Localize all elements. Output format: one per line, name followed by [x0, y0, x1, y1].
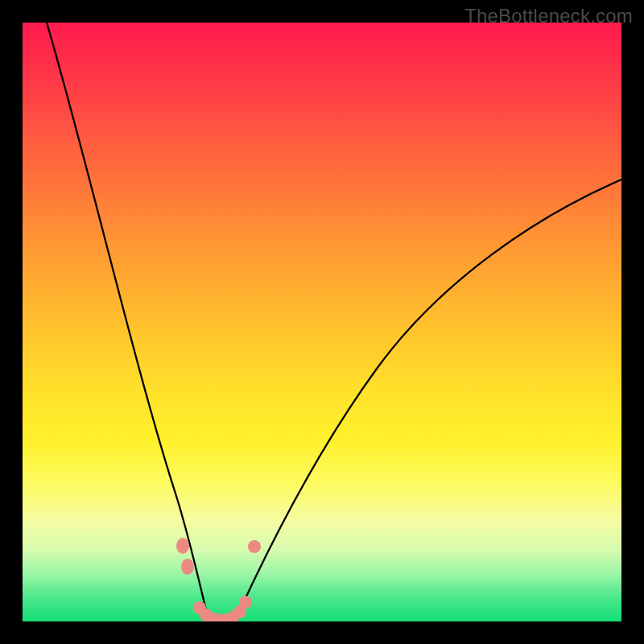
marker-point — [176, 538, 189, 554]
chart-frame: TheBottleneck.com — [0, 0, 644, 644]
marker-point — [181, 559, 194, 575]
curve-left-branch — [47, 23, 206, 610]
marker-group — [176, 538, 261, 621]
curve-right-branch — [240, 180, 621, 610]
marker-point — [248, 540, 261, 553]
plot-area — [23, 23, 621, 621]
watermark-text: TheBottleneck.com — [464, 5, 633, 27]
marker-point — [239, 596, 252, 609]
curve-layer — [23, 23, 621, 621]
